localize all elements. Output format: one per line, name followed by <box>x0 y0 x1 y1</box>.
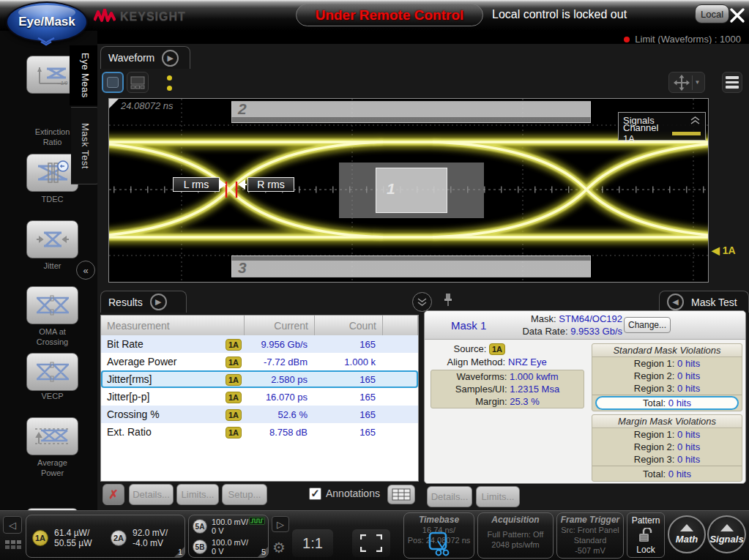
table-row-selected[interactable]: Jitter[rms]1A 2.580 ps165 <box>101 370 418 388</box>
tab-waveform[interactable]: Waveform ▶ <box>100 46 190 69</box>
waveform-run-icon[interactable]: ▶ <box>162 50 179 67</box>
math-button[interactable]: Math <box>668 515 706 553</box>
settings-gear-icon[interactable]: ⚙ <box>272 539 286 556</box>
column-header[interactable]: Count <box>315 316 383 335</box>
acquisition-panel[interactable]: Acquisition Full Pattern: Off 2048 pts/w… <box>477 512 554 559</box>
remote-control-banner: Under Remote Control <box>296 4 483 26</box>
mode-chevron-icon <box>37 36 56 49</box>
table-grid-icon <box>392 488 411 501</box>
table-row[interactable]: Bit Rate1A 9.956 Gb/s165 <box>101 335 418 353</box>
l-rms-arrow-icon <box>219 179 226 190</box>
legend-collapse-icon[interactable] <box>690 116 701 124</box>
standard-violations-box: Standard Mask Violations Region 1: 0 hit… <box>592 343 742 411</box>
l-rms-marker: L rms <box>173 177 220 192</box>
channel-2a-badge[interactable]: 2A <box>111 530 127 546</box>
local-button[interactable]: Local <box>695 4 729 23</box>
jitter-button[interactable] <box>26 220 78 258</box>
change-mask-button[interactable]: Change... <box>624 317 671 333</box>
limit-status-icon <box>624 37 630 42</box>
annotations-checkbox[interactable]: ✓ <box>309 488 321 500</box>
channel-5b-badge[interactable]: 5B <box>193 540 207 554</box>
waveform-menu-button[interactable] <box>722 72 742 93</box>
tab-mask-test-side[interactable]: Mask Test <box>71 107 100 184</box>
keysight-logo: KEYSIGHT <box>94 9 186 25</box>
grid-view-icon <box>130 76 145 89</box>
mask-limits-button[interactable]: Limits... <box>476 486 520 507</box>
sidebar-collapse-button[interactable]: « <box>76 261 95 280</box>
table-row[interactable]: Ext. Ratio1A 8.758 dB165 <box>101 423 418 441</box>
pattern-lock-button[interactable]: Pattern Lock <box>627 512 665 558</box>
table-layout-button[interactable] <box>387 485 415 504</box>
sidebar-item-label: TDEC <box>13 194 92 204</box>
pin-icon[interactable] <box>443 293 453 310</box>
panel-number: 5 <box>261 548 266 556</box>
math-expand-icon <box>680 524 693 531</box>
delete-measurement-button[interactable]: ✗ <box>103 484 124 505</box>
average-power-icon <box>34 425 72 448</box>
pattern-wave-icon <box>249 517 265 525</box>
details-button[interactable]: Details... <box>129 484 174 505</box>
plot-corner-marker <box>109 99 119 108</box>
data-rate-label: Data Rate: <box>522 326 567 337</box>
oma-at-crossing-button[interactable] <box>26 286 78 324</box>
panel-minimize-button[interactable] <box>412 292 432 312</box>
limits-button[interactable]: Limits... <box>176 484 219 505</box>
fullscreen-button[interactable] <box>352 529 390 557</box>
signals-expand-icon <box>720 524 734 531</box>
pan-dropdown-icon[interactable]: ▼ <box>695 79 701 86</box>
average-power-button[interactable] <box>26 417 78 455</box>
column-header[interactable]: Current <box>245 316 315 335</box>
extinction-ratio-icon: --1/0 <box>35 63 70 86</box>
close-icon[interactable] <box>728 7 746 24</box>
table-row[interactable]: Crossing %1A 52.6 %165 <box>101 406 418 423</box>
annotations-label: Annotations <box>326 488 380 499</box>
eye-diagram-plot[interactable]: 2 3 1 L rms R rms Signals <box>108 98 709 283</box>
table-row[interactable]: Average Power1A -7.72 dBm1.000 k <box>101 353 418 370</box>
channel-panel-1[interactable]: 1A 61.4 µW/50.55 µW 2A 92.0 mV/-4.0 mV 1 <box>26 515 185 558</box>
tdec-icon <box>35 160 70 185</box>
source-badge: 1A <box>226 374 242 386</box>
frame-trigger-panel[interactable]: Frame Trigger Src: Front Panel Standard … <box>556 512 624 559</box>
mask-details-button[interactable]: Details... <box>427 486 472 507</box>
signals-button[interactable]: Signals <box>707 515 746 553</box>
next-channels-button[interactable]: ▷ <box>272 516 289 532</box>
tab-results[interactable]: Results ▶ <box>100 291 187 313</box>
column-header[interactable]: Measurement <box>101 316 245 335</box>
source-badge: 1A <box>226 339 242 351</box>
table-row[interactable]: Jitter[p-p]1A 16.070 ps165 <box>101 388 418 406</box>
setup-button[interactable]: Setup... <box>222 484 267 505</box>
vecp-button[interactable] <box>26 353 78 391</box>
channel-panel-5[interactable]: 5A 100.0 mV/0 V 5B 100.0 mV/0 V 5 <box>188 515 269 558</box>
channel-1a-marker: ◀ 1A <box>712 244 736 256</box>
source-badge: 1A <box>226 427 242 438</box>
timebase-panel[interactable]: Timebase 16.74 ns/ Pos: 24.08072 ns <box>403 512 474 559</box>
signals-legend[interactable]: Signals Channel 1A <box>618 112 706 141</box>
single-view-button[interactable] <box>102 72 124 93</box>
jitter-icon <box>35 228 70 250</box>
fullscreen-icon <box>360 534 382 552</box>
clip-tool-icon[interactable] <box>426 531 452 560</box>
results-run-icon[interactable]: ▶ <box>150 294 167 310</box>
panel-number: 1 <box>178 548 182 556</box>
standard-total-highlight: Total: 0 hits <box>595 396 739 410</box>
source-label: Source: <box>454 343 487 354</box>
sidebar-item-label: VECP <box>13 391 92 401</box>
sidebar-item-label: AveragePower <box>13 458 92 478</box>
prev-channels-button[interactable]: ◁ <box>3 516 22 534</box>
channel-5a-badge[interactable]: 5A <box>193 519 207 534</box>
grid-view-button[interactable] <box>127 72 149 93</box>
title-bar: KEYSIGHT Under Remote Control Local cont… <box>0 0 749 31</box>
channel-grid-icon[interactable] <box>5 540 21 549</box>
scale-ratio-button[interactable]: 1:1 <box>292 529 333 557</box>
bottom-status-bar: ◁ 1A 61.4 µW/50.55 µW 2A 92.0 mV/-4.0 mV… <box>0 510 749 560</box>
pan-cross-icon <box>674 75 690 91</box>
margin-violations-box: Margin Mask Violations Region 1: 0 hits … <box>592 414 742 482</box>
tab-eye-meas[interactable]: Eye Meas <box>70 45 100 105</box>
tab-mask-test[interactable]: ◀ Mask Test <box>659 291 749 313</box>
mask-test-back-icon[interactable]: ◀ <box>667 294 684 310</box>
pan-tool-button[interactable]: ▼ <box>668 72 705 93</box>
align-method-value: NRZ Eye <box>508 356 547 367</box>
unlock-icon <box>638 528 654 542</box>
source-badge: 1A <box>226 392 242 403</box>
channel-1a-badge[interactable]: 1A <box>32 530 48 546</box>
